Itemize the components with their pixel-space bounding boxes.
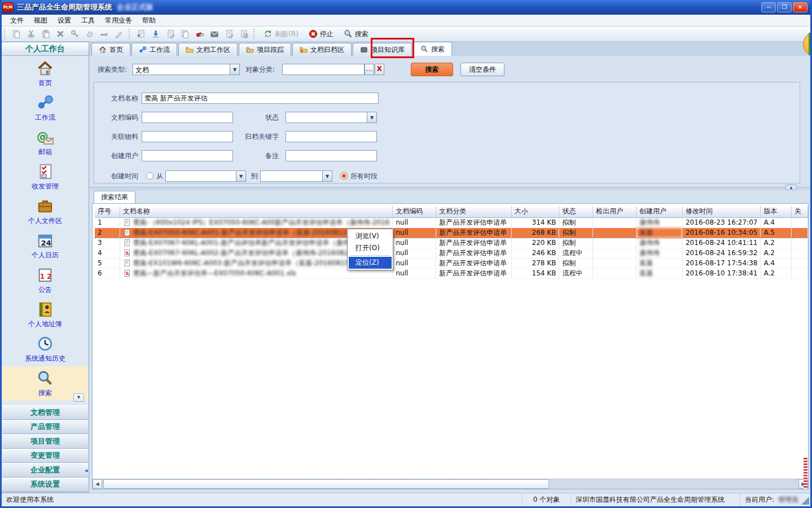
copy-button[interactable] [9, 27, 24, 41]
sidebar-group-项目管理[interactable]: 项目管理 [2, 434, 88, 449]
sidebar-collapse-arrow[interactable]: ◀ [85, 466, 89, 475]
column-header-大小[interactable]: 大小 [511, 206, 559, 217]
sidebar-scroll-down-button[interactable]: ▼ [73, 393, 84, 402]
menu-item-2[interactable]: 视图 [29, 15, 52, 27]
status-select[interactable]: ▼ [286, 112, 377, 123]
toolbar-grip[interactable] [4, 29, 7, 39]
table-row-4[interactable]: 4S爱高-EX07067-60KL-A002-新产品开发评估申请单（康伟伟-20… [95, 248, 808, 258]
date-from-select[interactable]: ▼ [165, 170, 246, 182]
column-header-修改时间[interactable]: 修改时间 [682, 206, 760, 217]
column-header-状态[interactable]: 状态 [559, 206, 593, 217]
clear-conditions-button[interactable]: 清空条件 [460, 63, 504, 76]
column-header-序号[interactable]: 序号 [95, 206, 120, 217]
column-header-文档分类[interactable]: 文档分类 [436, 206, 512, 217]
checkin-button[interactable] [134, 27, 148, 41]
column-header-检出用户[interactable]: 检出用户 [593, 206, 637, 217]
sidebar-item-个人日历[interactable]: 24个人日历 [2, 229, 88, 263]
creator-input[interactable] [142, 150, 233, 161]
column-header-文档名称[interactable]: 文档名称 [120, 206, 393, 217]
toolbar-grip[interactable] [253, 29, 256, 39]
signature-pen-button[interactable] [112, 27, 126, 41]
time-range-radio[interactable] [146, 172, 153, 179]
sidebar-item-个人文件区[interactable]: 个人文件区 [2, 194, 88, 229]
tab-文档归档区[interactable]: 文档归档区 [292, 43, 352, 56]
collapse-search-panel-button[interactable]: ▲ [785, 185, 797, 190]
material-input[interactable] [142, 131, 233, 142]
column-header-版本[interactable]: 版本 [761, 206, 792, 217]
doc-name-input[interactable] [142, 93, 379, 104]
edit-doc-button[interactable] [163, 27, 178, 41]
menu-item-6[interactable]: 帮助 [137, 15, 161, 27]
stop-button[interactable]: 停止 [304, 27, 339, 41]
checkout-hand-button[interactable] [82, 27, 97, 41]
column-header-文档编码[interactable]: 文档编码 [393, 206, 436, 217]
sidebar-group-系统设置[interactable]: 系统设置 [2, 478, 88, 492]
tab-搜索[interactable]: 搜索 [413, 42, 452, 56]
tab-首页[interactable]: 首页 [91, 43, 130, 56]
cut-button[interactable] [24, 27, 38, 41]
chevron-down-icon[interactable]: ▼ [367, 112, 376, 122]
context-menu-item-打开(O)[interactable]: 打开(O) [349, 242, 392, 254]
sidebar-group-企业配置[interactable]: 企业配置 [2, 463, 88, 478]
doc-revise-button[interactable] [222, 27, 236, 41]
sidebar-item-工作流[interactable]: 工作流 [2, 91, 88, 125]
menu-item-5[interactable]: 常用业务 [100, 15, 137, 27]
object-category-input[interactable] [282, 64, 365, 75]
scroll-left-arrow[interactable]: ◀ [93, 479, 102, 489]
menu-item-4[interactable]: 工具 [76, 15, 100, 27]
context-menu-item-浏览(V)[interactable]: 浏览(V) [349, 230, 392, 242]
tab-文档工作区[interactable]: 文档工作区 [178, 43, 238, 56]
scrollbar-thumb[interactable] [103, 479, 549, 489]
search-button[interactable]: 搜索 [339, 27, 374, 41]
sidebar-item-个人地址簿[interactable]: 个人地址簿 [2, 297, 88, 332]
resize-grip[interactable] [801, 497, 809, 505]
duplicate-doc-button[interactable] [178, 27, 192, 41]
sidebar-group-文档管理[interactable]: 文档管理 [2, 405, 88, 420]
chevron-down-icon[interactable]: ▼ [236, 171, 245, 181]
menu-item-3[interactable]: 设置 [52, 15, 76, 27]
menu-item-1[interactable]: 文件 [5, 15, 29, 27]
toolbar-grip[interactable] [129, 29, 131, 39]
sidebar-item-系统通知历史[interactable]: 系统通知历史 [2, 332, 88, 366]
category-browse-button[interactable]: … [365, 64, 374, 75]
sidebar-item-收发管理[interactable]: 收发管理 [2, 160, 88, 194]
table-row-3[interactable]: 3爱高-EX07067-60KL-A001-新产品评估单新产品开发评估申请单（康… [95, 238, 808, 248]
column-header-创建用户[interactable]: 创建用户 [637, 206, 683, 217]
refresh-button[interactable]: 刷新(R) [258, 27, 304, 41]
chevron-down-icon[interactable]: ▼ [230, 64, 239, 75]
context-menu-item-定位(Z)[interactable]: 定位(Z) [349, 257, 392, 269]
doc-code-input[interactable] [142, 112, 233, 123]
close-button[interactable]: ✕ [793, 2, 807, 12]
minimize-button[interactable]: ─ [761, 2, 776, 12]
maximize-button[interactable]: ❐ [777, 2, 792, 12]
clipped-orange-ball-icon[interactable] [803, 32, 810, 57]
tab-项目跟踪[interactable]: 项目跟踪 [239, 43, 291, 56]
delete-button[interactable] [53, 27, 68, 41]
sidebar-group-变更管理[interactable]: 变更管理 [2, 449, 88, 463]
doc-block-button[interactable] [236, 27, 251, 41]
send-mail-button[interactable] [207, 27, 222, 41]
all-time-radio[interactable] [340, 172, 348, 179]
find-key-button[interactable] [68, 27, 82, 41]
search-type-select[interactable]: 文档 ▼ [133, 64, 240, 75]
sidebar-item-邮箱[interactable]: @邮箱 [2, 125, 88, 160]
remark-input[interactable] [286, 150, 377, 161]
sidebar-item-首页[interactable]: 首页 [2, 56, 88, 91]
table-row-5[interactable]: 5爱高-EX101W6-60KC-A003-新产品开发评估申请单（嘉晨-2016… [95, 258, 808, 268]
table-row-1[interactable]: 1爱高-（600x1024 IPS）EX07050-60KC-A00新产品开发评… [95, 217, 808, 227]
sidebar-item-公告[interactable]: 1 2 3公告 [2, 263, 88, 297]
archive-keyword-input[interactable] [286, 131, 377, 142]
table-row-6[interactable]: 6S爱高—新产品开发评估单—EX07050-60KC-A001.xlsnull新… [95, 268, 808, 278]
eraser-button[interactable] [192, 27, 207, 41]
table-row-2[interactable]: 2爱高-EX07050-60KC-A001-新产品开发评估申请单（嘉晨-2016… [95, 227, 808, 238]
tab-工作流[interactable]: 工作流 [131, 43, 177, 56]
search-submit-button[interactable]: 搜索 [411, 63, 453, 76]
chevron-down-icon[interactable]: ▼ [322, 171, 332, 181]
pointer-button[interactable] [97, 27, 112, 41]
horizontal-scrollbar[interactable]: ◀ ▶ [93, 479, 808, 489]
download-button[interactable] [148, 27, 163, 41]
results-tab[interactable]: 搜索结果 [94, 191, 135, 203]
column-header-关[interactable]: 关 [791, 206, 807, 217]
category-clear-button[interactable]: X [375, 64, 384, 75]
sidebar-group-产品管理[interactable]: 产品管理 [2, 420, 88, 435]
